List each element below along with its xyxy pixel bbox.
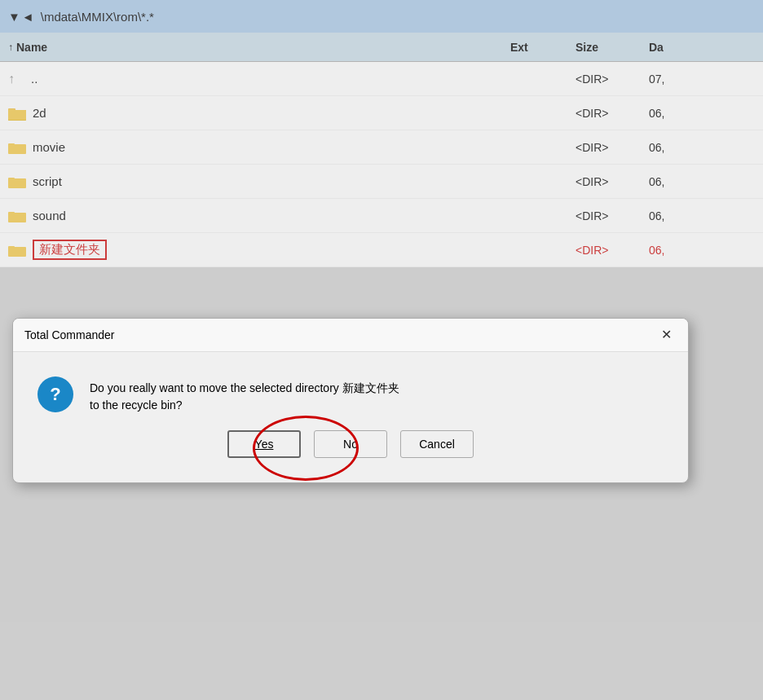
no-button[interactable]: No xyxy=(314,430,387,458)
dialog-title: Total Commander xyxy=(24,328,115,341)
dialog-message: Do you really want to move the selected … xyxy=(90,376,399,414)
yes-button[interactable]: Yes xyxy=(227,430,301,458)
dialog-message-text2: to the recycle bin? xyxy=(90,398,183,412)
dialog-overlay: Total Commander ✕ ? Do you really want t… xyxy=(0,0,763,700)
dialog-message-text1: Do you really want to move the selected … xyxy=(90,381,399,394)
dialog-body: ? Do you really want to move the selecte… xyxy=(13,352,688,482)
question-icon: ? xyxy=(37,376,73,412)
dialog-titlebar: Total Commander ✕ xyxy=(13,319,688,352)
dialog-close-button[interactable]: ✕ xyxy=(656,327,677,343)
confirm-dialog: Total Commander ✕ ? Do you really want t… xyxy=(12,318,689,483)
dialog-message-row: ? Do you really want to move the selecte… xyxy=(37,376,664,414)
dialog-buttons: Yes No Cancel xyxy=(37,430,664,466)
cancel-button[interactable]: Cancel xyxy=(400,430,474,458)
